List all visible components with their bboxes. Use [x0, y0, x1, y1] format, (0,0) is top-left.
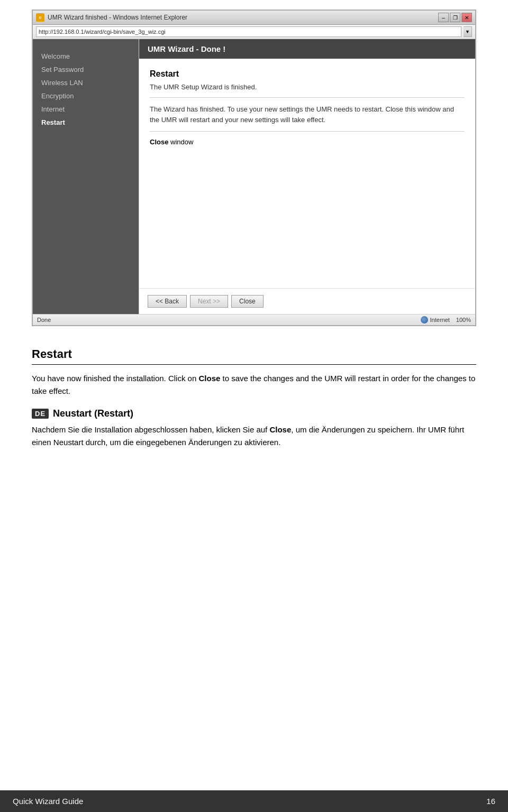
- restart-section: Restart You have now finished the instal…: [32, 347, 476, 398]
- browser-title: UMR Wizard finished - Windows Internet E…: [48, 14, 187, 21]
- browser-toolbar: http://192.168.0.1/wizard/cgi-bin/save_3…: [33, 25, 475, 39]
- window-controls: – ❐ ✕: [438, 13, 472, 22]
- back-button[interactable]: << Back: [148, 295, 187, 308]
- section-divider: [32, 364, 476, 365]
- sidebar-item-internet[interactable]: Internet: [41, 103, 130, 116]
- section-title: Restart: [32, 347, 476, 361]
- wizard-sidebar: Welcome Set Password Wireless LAN Encryp…: [33, 39, 139, 314]
- minimize-button[interactable]: –: [438, 13, 449, 22]
- wizard-content-subtitle: The UMR Setup Wizard is finished.: [150, 83, 465, 91]
- address-dropdown-arrow[interactable]: ▼: [464, 26, 472, 37]
- browser-statusbar: Done Internet 100%: [33, 314, 475, 325]
- browser-window: e UMR Wizard finished - Windows Internet…: [32, 10, 476, 326]
- close-bold-de: Close: [269, 425, 291, 434]
- internet-label: Internet: [430, 317, 450, 323]
- doc-content: Restart You have now finished the instal…: [0, 326, 508, 790]
- close-bold-en: Close: [198, 374, 220, 383]
- de-title: Neustart (Restart): [53, 408, 133, 419]
- wizard-content-heading: Restart: [150, 69, 465, 79]
- internet-indicator: Internet: [421, 316, 450, 324]
- browser-icon: e: [36, 13, 44, 22]
- url-text: http://192.168.0.1/wizard/cgi-bin/save_3…: [39, 29, 166, 35]
- sidebar-item-wireless-lan[interactable]: Wireless LAN: [41, 76, 130, 89]
- wizard-body: Restart The UMR Setup Wizard is finished…: [139, 59, 475, 288]
- page-footer: Quick Wizard Guide 16: [0, 790, 508, 812]
- browser-titlebar: e UMR Wizard finished - Windows Internet…: [33, 11, 475, 25]
- wizard-footer: << Back Next >> Close: [139, 288, 475, 314]
- address-bar[interactable]: http://192.168.0.1/wizard/cgi-bin/save_3…: [36, 26, 461, 37]
- close-window-link[interactable]: Close window: [150, 138, 465, 146]
- close-window-button[interactable]: ✕: [461, 13, 472, 22]
- globe-icon: [421, 316, 428, 324]
- close-button[interactable]: Close: [231, 295, 264, 308]
- footer-page: 16: [486, 797, 495, 806]
- wizard-header: UMR Wizard - Done !: [139, 39, 475, 59]
- wizard-container: Welcome Set Password Wireless LAN Encryp…: [33, 39, 475, 314]
- wizard-main: UMR Wizard - Done ! Restart The UMR Setu…: [139, 39, 475, 314]
- status-right: Internet 100%: [421, 316, 471, 324]
- sidebar-item-welcome[interactable]: Welcome: [41, 50, 130, 63]
- sidebar-item-set-password[interactable]: Set Password: [41, 63, 130, 76]
- de-badge-row: DE Neustart (Restart): [32, 408, 476, 419]
- de-section: DE Neustart (Restart) Nachdem Sie die In…: [32, 408, 476, 449]
- zoom-level: 100%: [456, 317, 471, 323]
- close-word: Close: [150, 138, 168, 146]
- titlebar-left: e UMR Wizard finished - Windows Internet…: [36, 13, 187, 22]
- de-badge: DE: [32, 409, 49, 419]
- english-paragraph: You have now finished the installation. …: [32, 372, 476, 398]
- sidebar-item-restart[interactable]: Restart: [41, 116, 130, 129]
- de-paragraph: Nachdem Sie die Installation abgeschloss…: [32, 423, 476, 449]
- restore-button[interactable]: ❐: [450, 13, 460, 22]
- status-text: Done: [37, 317, 51, 323]
- wizard-header-title: UMR Wizard - Done !: [148, 44, 225, 53]
- wizard-divider-1: [150, 97, 465, 98]
- sidebar-item-encryption[interactable]: Encryption: [41, 89, 130, 103]
- next-button[interactable]: Next >>: [190, 295, 228, 308]
- wizard-content-description: The Wizard has finished. To use your new…: [150, 104, 465, 125]
- wizard-divider-2: [150, 131, 465, 132]
- window-text: window: [170, 138, 193, 146]
- footer-label: Quick Wizard Guide: [13, 797, 83, 806]
